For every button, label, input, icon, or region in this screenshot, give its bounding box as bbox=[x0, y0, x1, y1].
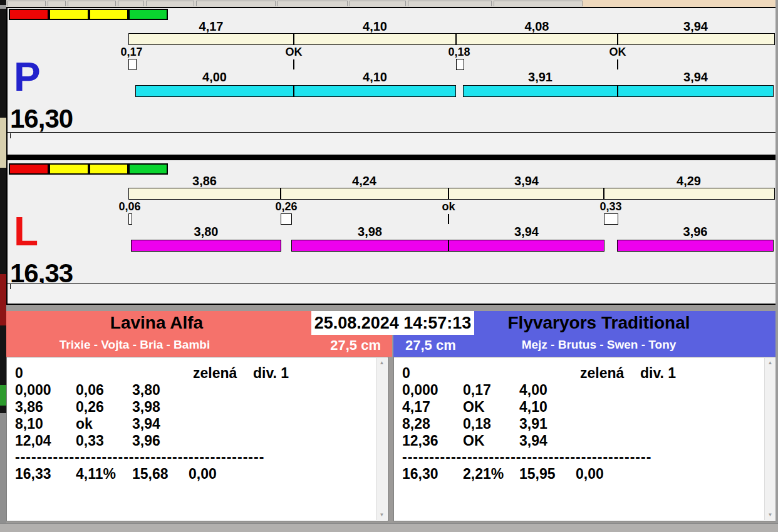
cumulative-time: 3,86 bbox=[15, 399, 43, 416]
traffic-strip-segment bbox=[89, 9, 128, 20]
separator-row: ----------------------------------------… bbox=[7, 449, 375, 465]
penalty: 0,00 bbox=[576, 466, 604, 483]
pass-time-label: ok bbox=[420, 201, 477, 212]
split-time-label: 4,17 bbox=[128, 21, 294, 33]
sliver-fragment bbox=[0, 413, 6, 532]
leg-result-row: 8,280,183,91 bbox=[394, 416, 764, 432]
team-left-results-table: 0zelenádiv. 10,0000,063,803,860,263,988,… bbox=[6, 357, 388, 521]
pass-gap-box bbox=[604, 213, 618, 225]
totals-row: 16,334,11%15,680,00 bbox=[7, 466, 375, 482]
toolbar-segment bbox=[350, 1, 406, 6]
split-time-label: 4,08 bbox=[456, 21, 618, 33]
lane-panel-left: 3,860,063,804,240,263,983,94ok3,944,290,… bbox=[8, 163, 775, 304]
pass-gap-box bbox=[128, 59, 137, 70]
split-track-bar bbox=[128, 33, 775, 45]
leg-result-row: 0,0000,063,80 bbox=[7, 382, 375, 398]
leg-result-row: 8,10ok3,94 bbox=[7, 416, 375, 432]
scroll-down-button[interactable]: ▼ bbox=[376, 510, 387, 520]
flyball-timing-window: 4,170,174,004,10OK4,104,080,183,913,94OK… bbox=[0, 0, 778, 532]
leg-time-bar bbox=[617, 240, 774, 252]
scroll-down-icon: ▼ bbox=[380, 512, 385, 518]
penalty: 0,00 bbox=[189, 466, 217, 483]
total-time: 16,33 bbox=[15, 466, 51, 483]
traffic-strip-segment bbox=[128, 9, 168, 20]
lane-letter: P bbox=[14, 57, 41, 97]
scroll-up-button[interactable]: ▲ bbox=[765, 358, 775, 368]
lane-display-area: 4,170,174,004,10OK4,104,080,183,913,94OK… bbox=[6, 7, 777, 305]
split-divider bbox=[448, 188, 449, 200]
split-time-label: 4,29 bbox=[604, 175, 774, 187]
toolbar-segment bbox=[408, 1, 492, 6]
pass-time-label: 0,33 bbox=[583, 201, 639, 212]
scroll-up-icon: ▲ bbox=[768, 360, 773, 366]
lane-panel-right: 4,170,174,004,10OK4,104,080,183,913,94OK… bbox=[8, 8, 775, 155]
team-right-results-table: 0zelenádiv. 10,0000,174,004,17OK4,108,28… bbox=[393, 357, 777, 521]
split-divider bbox=[280, 188, 281, 200]
caret-tick bbox=[10, 133, 11, 138]
toolbar-segment bbox=[48, 1, 66, 6]
leg-result-row: 3,860,263,98 bbox=[7, 399, 375, 415]
pass-gap-box bbox=[456, 59, 464, 70]
pass-ok-tick bbox=[617, 59, 618, 69]
split-track-bar bbox=[128, 188, 775, 200]
split-divider bbox=[603, 188, 604, 200]
percentage: 2,21% bbox=[463, 466, 504, 483]
leg-time-label: 3,91 bbox=[463, 71, 618, 83]
leg-time-bar bbox=[131, 240, 281, 252]
lane-separator-bar bbox=[8, 155, 775, 160]
traffic-strip-segment bbox=[49, 163, 89, 175]
traffic-strip-segment bbox=[89, 163, 128, 175]
split-time-label: 4,10 bbox=[294, 21, 456, 33]
leg-time-bar bbox=[291, 240, 449, 252]
pass-time: 0,26 bbox=[76, 399, 104, 416]
sum-leg-times: 15,68 bbox=[132, 466, 169, 483]
toolbar-segment bbox=[146, 1, 194, 6]
pass-time: 0,17 bbox=[463, 382, 491, 399]
sliver-fragment bbox=[0, 118, 6, 168]
scroll-down-button[interactable]: ▼ bbox=[765, 510, 775, 520]
team-dogs: Mejz - Brutus - Swen - Tony bbox=[431, 339, 767, 351]
separator-row: ----------------------------------------… bbox=[394, 449, 764, 465]
leg-time-bar bbox=[463, 85, 618, 97]
leg-time: 3,91 bbox=[519, 416, 547, 432]
scroll-up-button[interactable]: ▲ bbox=[376, 358, 387, 368]
leg-time-label: 4,00 bbox=[135, 71, 294, 83]
traffic-strip-segment bbox=[9, 163, 49, 175]
pass-time: 0,18 bbox=[463, 416, 491, 432]
split-divider bbox=[293, 33, 294, 45]
leg-time: 4,00 bbox=[519, 382, 547, 399]
toolbar-segment bbox=[277, 1, 348, 6]
table-scrollbar[interactable]: ▲ ▼ bbox=[764, 358, 775, 520]
pass-time-label: OK bbox=[266, 46, 322, 58]
split-time-label: 3,94 bbox=[618, 21, 774, 33]
run-number: 0 bbox=[402, 365, 410, 382]
toolbar-segment bbox=[196, 1, 276, 6]
empty-status-row bbox=[8, 284, 775, 304]
leg-time-bar bbox=[135, 85, 294, 97]
cumulative-time: 12,36 bbox=[402, 432, 438, 449]
jump-height-label: 27,5 cm bbox=[405, 337, 456, 354]
scroll-down-icon: ▼ bbox=[768, 512, 773, 518]
total-time: 16,30 bbox=[402, 466, 438, 483]
clock-display: 25.08.2024 14:57:13 bbox=[311, 311, 474, 335]
table-scrollbar[interactable]: ▲ ▼ bbox=[376, 358, 387, 520]
pass-time-label: 0,18 bbox=[431, 46, 487, 58]
teams-section: Lavina Alfa Trixie - Vojta - Bria - Bamb… bbox=[6, 305, 777, 532]
totals-row: 16,302,21%15,950,00 bbox=[394, 466, 764, 482]
toolbar-segment bbox=[8, 1, 46, 6]
leg-time: 3,98 bbox=[132, 399, 160, 416]
pass-time: 0,33 bbox=[76, 432, 104, 449]
leg-time: 4,10 bbox=[519, 399, 547, 416]
pass-gap-box bbox=[128, 213, 132, 225]
pass-time-label: 0,06 bbox=[101, 201, 158, 212]
traffic-strip-segment bbox=[128, 163, 168, 175]
pass-time-label: 0,26 bbox=[258, 201, 314, 212]
leg-time: 3,94 bbox=[132, 416, 160, 432]
background-window-sliver bbox=[0, 0, 6, 532]
team-name: Lavina Alfa bbox=[6, 314, 307, 332]
cumulative-time: 8,28 bbox=[402, 416, 430, 432]
sum-leg-times: 15,95 bbox=[519, 466, 556, 483]
lane-total-time: 16,30 bbox=[10, 106, 73, 132]
leg-time-label: 3,98 bbox=[291, 226, 449, 238]
cumulative-time: 4,17 bbox=[402, 399, 430, 416]
